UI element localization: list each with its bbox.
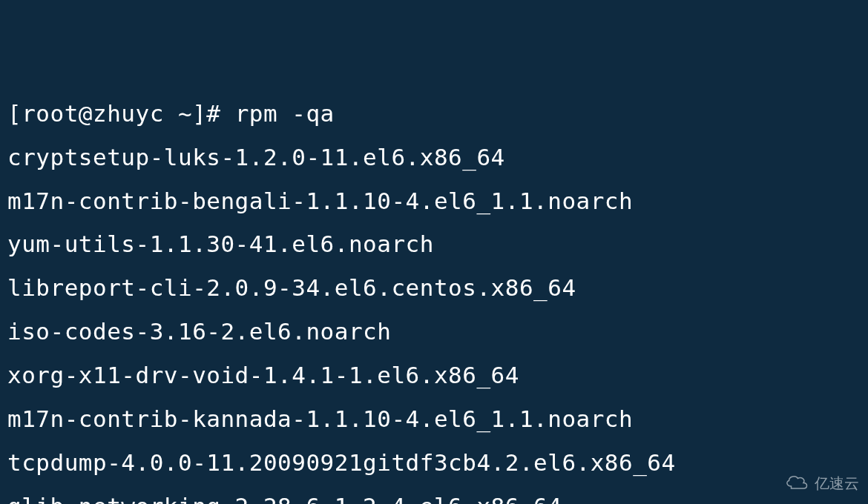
prompt-line: [root@zhuyc ~]# rpm -qa: [7, 92, 861, 136]
output-line: tcpdump-4.0.0-11.20090921gitdf3cb4.2.el6…: [7, 441, 861, 485]
watermark-text: 亿速云: [815, 474, 859, 494]
output-line: xorg-x11-drv-void-1.4.1-1.el6.x86_64: [7, 354, 861, 397]
watermark: 亿速云: [783, 474, 859, 494]
shell-prompt: [root@zhuyc ~]#: [7, 100, 220, 127]
output-line: cryptsetup-luks-1.2.0-11.el6.x86_64: [7, 136, 861, 179]
output-line: libreport-cli-2.0.9-34.el6.centos.x86_64: [7, 266, 861, 310]
output-line: m17n-contrib-kannada-1.1.10-4.el6_1.1.no…: [7, 397, 861, 441]
output-line: iso-codes-3.16-2.el6.noarch: [7, 310, 861, 354]
output-line: glib-networking-2.28.6.1-2.4.el6.x86_64: [7, 485, 861, 504]
cloud-icon: [783, 474, 810, 494]
output-line: yum-utils-1.1.30-41.el6.noarch: [7, 222, 861, 266]
output-line: m17n-contrib-bengali-1.1.10-4.el6_1.1.no…: [7, 179, 861, 223]
shell-command: rpm -qa: [235, 100, 335, 127]
terminal-window[interactable]: [root@zhuyc ~]# rpm -qacryptsetup-luks-1…: [0, 0, 868, 504]
